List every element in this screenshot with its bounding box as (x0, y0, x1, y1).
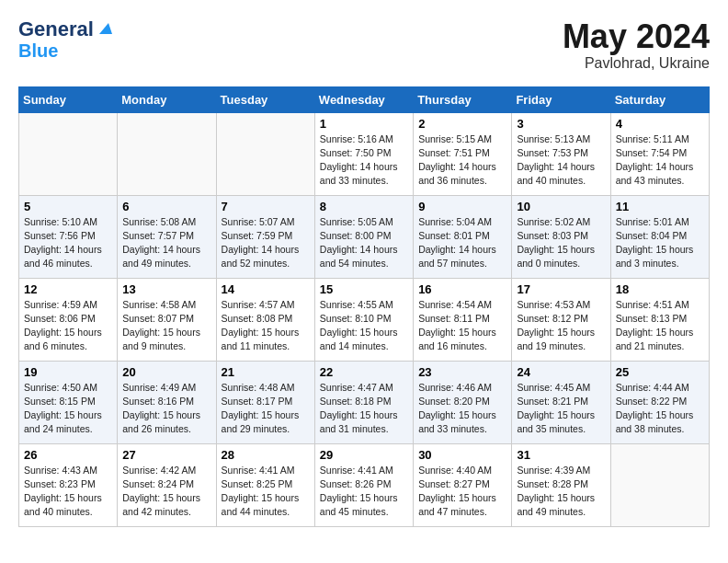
day-number: 15 (320, 282, 408, 296)
day-number: 21 (222, 365, 310, 379)
day-info: Sunrise: 4:46 AMSunset: 8:20 PMDaylight:… (418, 381, 506, 437)
day-number: 16 (418, 282, 506, 296)
calendar-week-row: 12Sunrise: 4:59 AMSunset: 8:06 PMDayligh… (19, 278, 710, 361)
calendar-cell (19, 112, 118, 195)
day-number: 10 (517, 200, 605, 213)
calendar-week-row: 19Sunrise: 4:50 AMSunset: 8:15 PMDayligh… (19, 361, 710, 443)
calendar-cell: 4Sunrise: 5:11 AMSunset: 7:54 PMDaylight… (610, 112, 709, 195)
calendar-week-row: 5Sunrise: 5:10 AMSunset: 7:56 PMDaylight… (19, 195, 710, 278)
day-number: 24 (517, 365, 605, 379)
day-number: 7 (222, 200, 310, 213)
day-info: Sunrise: 5:02 AMSunset: 8:03 PMDaylight:… (517, 215, 605, 271)
day-number: 30 (418, 448, 506, 462)
day-info: Sunrise: 4:48 AMSunset: 8:17 PMDaylight:… (222, 381, 310, 437)
logo: General Blue (18, 18, 112, 61)
day-info: Sunrise: 4:47 AMSunset: 8:18 PMDaylight:… (320, 381, 408, 437)
calendar-cell (610, 443, 709, 526)
calendar-cell: 27Sunrise: 4:42 AMSunset: 8:24 PMDayligh… (118, 443, 216, 526)
day-info: Sunrise: 5:15 AMSunset: 7:51 PMDaylight:… (418, 132, 506, 189)
month-title: May 2024 (563, 18, 710, 55)
day-number: 12 (24, 282, 112, 296)
day-number: 20 (122, 365, 210, 379)
day-number: 29 (320, 448, 408, 462)
calendar-week-row: 1Sunrise: 5:16 AMSunset: 7:50 PMDaylight… (19, 112, 710, 195)
day-info: Sunrise: 4:51 AMSunset: 8:13 PMDaylight:… (616, 298, 704, 354)
day-number: 31 (517, 448, 605, 462)
logo-general: General (18, 18, 94, 40)
weekday-header-thursday: Thursday (414, 86, 512, 112)
logo-blue: Blue (18, 40, 58, 61)
day-number: 4 (616, 117, 704, 131)
weekday-header-monday: Monday (118, 86, 216, 112)
day-number: 18 (616, 282, 704, 296)
day-info: Sunrise: 4:45 AMSunset: 8:21 PMDaylight:… (517, 381, 605, 437)
day-info: Sunrise: 4:42 AMSunset: 8:24 PMDaylight:… (122, 464, 210, 520)
day-info: Sunrise: 5:13 AMSunset: 7:53 PMDaylight:… (517, 132, 605, 189)
weekday-header-friday: Friday (512, 86, 610, 112)
svg-marker-0 (99, 23, 112, 34)
page-header: General Blue May 2024 Pavlohrad, Ukraine (18, 18, 710, 72)
calendar-cell: 11Sunrise: 5:01 AMSunset: 8:04 PMDayligh… (610, 195, 709, 278)
calendar-week-row: 26Sunrise: 4:43 AMSunset: 8:23 PMDayligh… (19, 443, 710, 526)
day-info: Sunrise: 4:44 AMSunset: 8:22 PMDaylight:… (616, 381, 704, 437)
day-info: Sunrise: 5:04 AMSunset: 8:01 PMDaylight:… (418, 215, 506, 271)
calendar-cell: 17Sunrise: 4:53 AMSunset: 8:12 PMDayligh… (512, 278, 610, 361)
day-number: 13 (122, 282, 210, 296)
day-info: Sunrise: 4:41 AMSunset: 8:26 PMDaylight:… (320, 464, 408, 520)
calendar-cell: 16Sunrise: 4:54 AMSunset: 8:11 PMDayligh… (414, 278, 512, 361)
calendar-cell: 28Sunrise: 4:41 AMSunset: 8:25 PMDayligh… (216, 443, 314, 526)
calendar-cell: 18Sunrise: 4:51 AMSunset: 8:13 PMDayligh… (610, 278, 709, 361)
day-info: Sunrise: 4:57 AMSunset: 8:08 PMDaylight:… (222, 298, 310, 354)
day-info: Sunrise: 4:53 AMSunset: 8:12 PMDaylight:… (517, 298, 605, 354)
logo-icon (96, 19, 112, 36)
calendar-cell (216, 112, 314, 195)
day-info: Sunrise: 4:59 AMSunset: 8:06 PMDaylight:… (24, 298, 112, 354)
day-info: Sunrise: 4:50 AMSunset: 8:15 PMDaylight:… (24, 381, 112, 437)
calendar-cell: 22Sunrise: 4:47 AMSunset: 8:18 PMDayligh… (314, 361, 413, 443)
day-info: Sunrise: 5:11 AMSunset: 7:54 PMDaylight:… (616, 132, 704, 189)
day-info: Sunrise: 5:10 AMSunset: 7:56 PMDaylight:… (24, 215, 112, 271)
day-info: Sunrise: 4:43 AMSunset: 8:23 PMDaylight:… (24, 464, 112, 520)
calendar-cell: 3Sunrise: 5:13 AMSunset: 7:53 PMDaylight… (512, 112, 610, 195)
calendar-cell: 7Sunrise: 5:07 AMSunset: 7:59 PMDaylight… (216, 195, 314, 278)
weekday-header-sunday: Sunday (19, 86, 118, 112)
title-block: May 2024 Pavlohrad, Ukraine (563, 18, 710, 72)
day-number: 1 (320, 117, 408, 131)
calendar-cell: 13Sunrise: 4:58 AMSunset: 8:07 PMDayligh… (118, 278, 216, 361)
calendar-cell: 25Sunrise: 4:44 AMSunset: 8:22 PMDayligh… (610, 361, 709, 443)
calendar-cell: 10Sunrise: 5:02 AMSunset: 8:03 PMDayligh… (512, 195, 610, 278)
weekday-header-row: SundayMondayTuesdayWednesdayThursdayFrid… (19, 86, 710, 112)
weekday-header-tuesday: Tuesday (216, 86, 314, 112)
weekday-header-saturday: Saturday (610, 86, 709, 112)
calendar-cell: 2Sunrise: 5:15 AMSunset: 7:51 PMDaylight… (414, 112, 512, 195)
day-number: 19 (24, 365, 112, 379)
day-number: 5 (24, 200, 112, 213)
calendar-cell: 15Sunrise: 4:55 AMSunset: 8:10 PMDayligh… (314, 278, 413, 361)
day-number: 8 (320, 200, 408, 213)
calendar-cell: 6Sunrise: 5:08 AMSunset: 7:57 PMDaylight… (118, 195, 216, 278)
day-info: Sunrise: 4:41 AMSunset: 8:25 PMDaylight:… (222, 464, 310, 520)
calendar-cell: 1Sunrise: 5:16 AMSunset: 7:50 PMDaylight… (314, 112, 413, 195)
day-number: 11 (616, 200, 704, 213)
calendar-cell: 24Sunrise: 4:45 AMSunset: 8:21 PMDayligh… (512, 361, 610, 443)
calendar-cell: 14Sunrise: 4:57 AMSunset: 8:08 PMDayligh… (216, 278, 314, 361)
calendar-cell: 30Sunrise: 4:40 AMSunset: 8:27 PMDayligh… (414, 443, 512, 526)
calendar-cell: 26Sunrise: 4:43 AMSunset: 8:23 PMDayligh… (19, 443, 118, 526)
location: Pavlohrad, Ukraine (563, 55, 710, 72)
day-number: 2 (418, 117, 506, 131)
weekday-header-wednesday: Wednesday (314, 86, 413, 112)
calendar-cell: 19Sunrise: 4:50 AMSunset: 8:15 PMDayligh… (19, 361, 118, 443)
day-number: 17 (517, 282, 605, 296)
day-info: Sunrise: 5:08 AMSunset: 7:57 PMDaylight:… (122, 215, 210, 271)
day-number: 14 (222, 282, 310, 296)
calendar-table: SundayMondayTuesdayWednesdayThursdayFrid… (18, 86, 710, 527)
day-info: Sunrise: 4:49 AMSunset: 8:16 PMDaylight:… (122, 381, 210, 437)
calendar-cell: 20Sunrise: 4:49 AMSunset: 8:16 PMDayligh… (118, 361, 216, 443)
calendar-cell: 31Sunrise: 4:39 AMSunset: 8:28 PMDayligh… (512, 443, 610, 526)
calendar-cell: 12Sunrise: 4:59 AMSunset: 8:06 PMDayligh… (19, 278, 118, 361)
day-info: Sunrise: 5:16 AMSunset: 7:50 PMDaylight:… (320, 132, 408, 189)
day-number: 23 (418, 365, 506, 379)
day-info: Sunrise: 4:40 AMSunset: 8:27 PMDaylight:… (418, 464, 506, 520)
day-number: 3 (517, 117, 605, 131)
day-info: Sunrise: 4:54 AMSunset: 8:11 PMDaylight:… (418, 298, 506, 354)
